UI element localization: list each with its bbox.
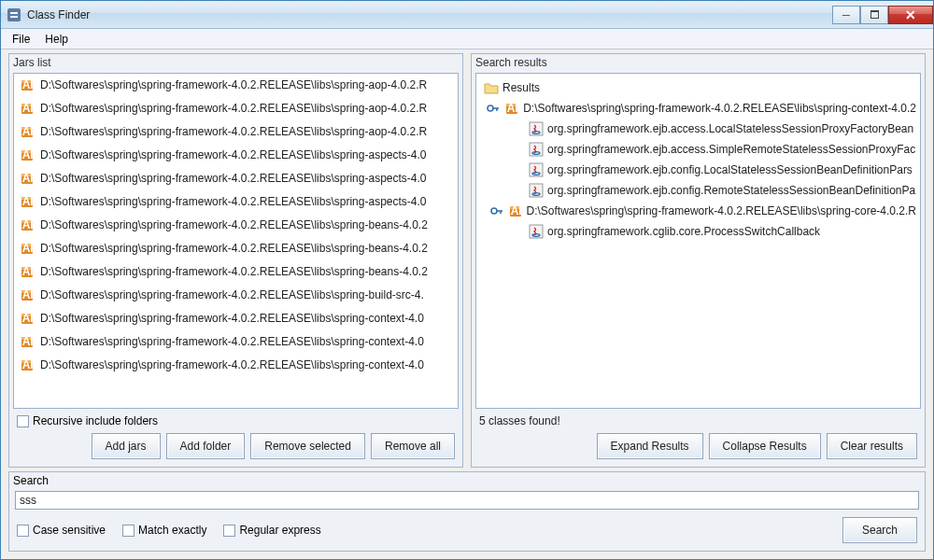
result-class-node[interactable]: org.springframework.ejb.access.SimpleRem… xyxy=(480,139,916,160)
add-jars-button[interactable]: Add jars xyxy=(92,433,161,459)
jar-path: D:\Softwares\spring\spring-framework-4.0… xyxy=(40,125,427,138)
window-title: Class Finder xyxy=(27,8,90,21)
app-icon xyxy=(7,7,21,22)
minimize-button[interactable]: ─ xyxy=(832,6,860,24)
jar-path: D:\Softwares\spring\spring-framework-4.0… xyxy=(40,265,428,278)
maximize-button[interactable] xyxy=(860,6,888,24)
jar-icon: JAR xyxy=(20,311,35,326)
jar-list-item[interactable]: JARD:\Softwares\spring\spring-framework-… xyxy=(14,237,458,260)
add-folder-button[interactable]: Add folder xyxy=(166,433,246,459)
svg-text:JAR: JAR xyxy=(20,218,35,231)
jar-path: D:\Softwares\spring\spring-framework-4.0… xyxy=(40,288,424,301)
jar-list-item[interactable]: JARD:\Softwares\spring\spring-framework-… xyxy=(14,144,458,167)
tree-node-label: org.springframework.ejb.access.SimpleRem… xyxy=(547,143,915,156)
tree-node-icon: JAR xyxy=(504,101,519,116)
svg-text:JAR: JAR xyxy=(20,102,35,115)
jar-path: D:\Softwares\spring\spring-framework-4.0… xyxy=(40,242,428,255)
svg-text:JAR: JAR xyxy=(20,78,35,91)
tree-node-icon xyxy=(484,80,499,95)
svg-text:JAR: JAR xyxy=(20,172,35,185)
tree-node-label: org.springframework.ejb.access.LocalStat… xyxy=(547,122,913,135)
tree-node-icon xyxy=(529,121,544,136)
jar-icon: JAR xyxy=(20,217,35,232)
results-root[interactable]: Results xyxy=(480,77,916,98)
key-icon xyxy=(489,203,504,218)
key-icon xyxy=(486,101,501,116)
tree-node-label: D:\Softwares\spring\spring-framework-4.0… xyxy=(527,204,917,217)
recursive-checkbox[interactable]: Recursive include folders xyxy=(17,414,158,427)
clear-results-button[interactable]: Clear results xyxy=(827,433,917,459)
jar-list-item[interactable]: JARD:\Softwares\spring\spring-framework-… xyxy=(14,214,458,237)
regular-expression-checkbox[interactable]: Regular express xyxy=(223,524,320,537)
results-status: 5 classes found! xyxy=(472,409,925,431)
jar-list-item[interactable]: JARD:\Softwares\spring\spring-framework-… xyxy=(14,307,458,330)
jar-icon: JAR xyxy=(20,171,35,186)
close-button[interactable]: ✕ xyxy=(888,6,933,24)
search-button[interactable]: Search xyxy=(842,517,917,543)
expand-results-button[interactable]: Expand Results xyxy=(597,433,703,459)
svg-text:JAR: JAR xyxy=(504,102,519,115)
svg-rect-0 xyxy=(7,8,21,21)
app-window: Class Finder ─ ✕ File Help Jars list JAR… xyxy=(0,0,934,560)
jar-icon: JAR xyxy=(20,287,35,302)
jar-path: D:\Softwares\spring\spring-framework-4.0… xyxy=(40,358,424,371)
jar-list-item[interactable]: JARD:\Softwares\spring\spring-framework-… xyxy=(14,330,458,354)
jar-list-item[interactable]: JARD:\Softwares\spring\spring-framework-… xyxy=(14,190,458,214)
tree-node-label: org.springframework.ejb.config.RemoteSta… xyxy=(547,184,915,197)
jar-list-item[interactable]: JARD:\Softwares\spring\spring-framework-… xyxy=(14,97,458,120)
jar-path: D:\Softwares\spring\spring-framework-4.0… xyxy=(40,102,427,115)
jar-icon: JAR xyxy=(20,77,35,92)
results-title: Search results xyxy=(472,54,925,73)
jar-path: D:\Softwares\spring\spring-framework-4.0… xyxy=(40,78,427,91)
jar-list-item[interactable]: JARD:\Softwares\spring\spring-framework-… xyxy=(14,74,458,97)
svg-text:JAR: JAR xyxy=(20,148,35,161)
tree-node-label: org.springframework.ejb.config.LocalStat… xyxy=(547,163,913,176)
jars-list[interactable]: JARD:\Softwares\spring\spring-framework-… xyxy=(13,73,459,409)
jar-icon: JAR xyxy=(20,101,35,116)
jar-icon: JAR xyxy=(20,357,35,372)
results-tree[interactable]: ResultsJARD:\Softwares\spring\spring-fra… xyxy=(475,73,921,409)
jars-title: Jars list xyxy=(9,54,462,73)
result-class-node[interactable]: org.springframework.ejb.config.RemoteSta… xyxy=(480,180,916,201)
titlebar: Class Finder ─ ✕ xyxy=(1,1,933,29)
menu-file[interactable]: File xyxy=(7,31,35,48)
svg-text:JAR: JAR xyxy=(20,265,35,278)
svg-text:JAR: JAR xyxy=(508,204,523,217)
jar-list-item[interactable]: JARD:\Softwares\spring\spring-framework-… xyxy=(14,167,458,190)
collapse-results-button[interactable]: Collapse Results xyxy=(709,433,821,459)
jar-path: D:\Softwares\spring\spring-framework-4.0… xyxy=(40,312,424,325)
jar-list-item[interactable]: JARD:\Softwares\spring\spring-framework-… xyxy=(14,354,458,377)
search-input[interactable] xyxy=(15,491,919,510)
jar-list-item[interactable]: JARD:\Softwares\spring\spring-framework-… xyxy=(14,284,458,307)
recursive-label: Recursive include folders xyxy=(33,414,158,427)
result-class-node[interactable]: org.springframework.ejb.config.LocalStat… xyxy=(480,160,916,180)
window-controls: ─ ✕ xyxy=(832,6,933,24)
svg-point-42 xyxy=(488,105,493,111)
svg-text:JAR: JAR xyxy=(20,335,35,348)
match-exactly-checkbox[interactable]: Match exactly xyxy=(122,524,206,537)
results-panel: Search results ResultsJARD:\Softwares\sp… xyxy=(471,53,926,468)
svg-text:JAR: JAR xyxy=(20,242,35,255)
result-class-node[interactable]: org.springframework.cglib.core.ProcessSw… xyxy=(480,221,916,242)
tree-node-label: org.springframework.cglib.core.ProcessSw… xyxy=(547,225,820,238)
jar-icon: JAR xyxy=(20,124,35,139)
menu-bar: File Help xyxy=(1,29,933,49)
result-jar-node[interactable]: JARD:\Softwares\spring\spring-framework-… xyxy=(480,98,916,119)
jar-path: D:\Softwares\spring\spring-framework-4.0… xyxy=(40,195,427,208)
tree-node-icon xyxy=(529,142,544,157)
menu-help[interactable]: Help xyxy=(39,31,74,48)
jar-list-item[interactable]: JARD:\Softwares\spring\spring-framework-… xyxy=(14,260,458,284)
remove-selected-button[interactable]: Remove selected xyxy=(250,433,365,459)
jar-list-item[interactable]: JARD:\Softwares\spring\spring-framework-… xyxy=(14,120,458,144)
svg-rect-1 xyxy=(10,12,18,14)
remove-all-button[interactable]: Remove all xyxy=(371,433,455,459)
result-jar-node[interactable]: JARD:\Softwares\spring\spring-framework-… xyxy=(480,201,916,221)
search-title: Search xyxy=(9,472,925,491)
case-sensitive-checkbox[interactable]: Case sensitive xyxy=(17,524,106,537)
svg-text:JAR: JAR xyxy=(20,195,35,208)
svg-text:JAR: JAR xyxy=(20,358,35,371)
svg-point-56 xyxy=(491,208,497,214)
result-class-node[interactable]: org.springframework.ejb.access.LocalStat… xyxy=(480,119,916,139)
search-panel: Search Case sensitive Match exactly Regu… xyxy=(8,471,926,552)
jars-panel: Jars list JARD:\Softwares\spring\spring-… xyxy=(8,53,463,468)
